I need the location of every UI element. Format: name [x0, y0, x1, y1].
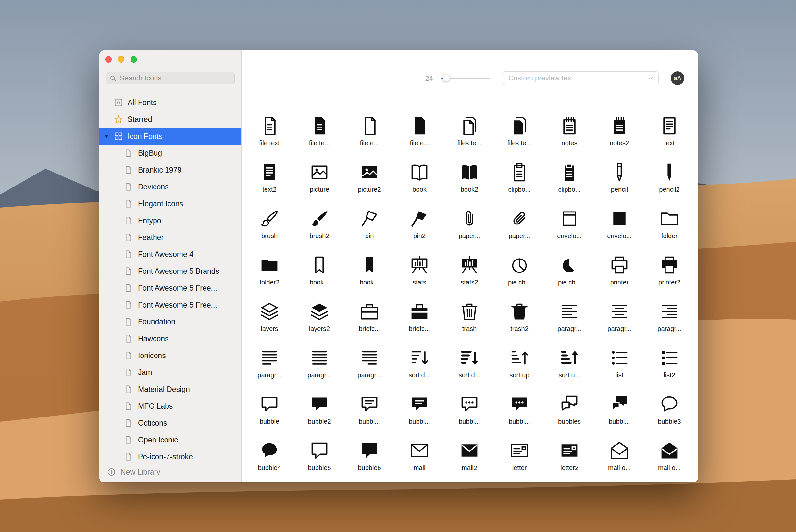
zoom-button[interactable] — [130, 56, 137, 63]
sidebar-item-pe-icon-7-stroke[interactable]: Pe-icon-7-stroke — [99, 448, 241, 462]
icon-cell-pencil[interactable]: pencil — [594, 159, 644, 206]
sidebar-item-font-awesome-5-brands[interactable]: Font Awesome 5 Brands — [99, 263, 241, 280]
sidebar-item-font-awesome-5-free[interactable]: Font Awesome 5 Free... — [99, 280, 241, 297]
icon-cell-brush2[interactable]: brush2 — [294, 206, 345, 252]
sidebar-item-font-awesome-5-free[interactable]: Font Awesome 5 Free... — [99, 297, 241, 314]
icon-cell-paperclip2[interactable]: paper... — [495, 206, 544, 252]
icon-cell-pie-chart[interactable]: pie ch... — [495, 252, 544, 299]
sidebar-item-brankic-1979[interactable]: Brankic 1979 — [99, 162, 241, 178]
icon-cell-clipboard2[interactable]: clipbo... — [544, 159, 594, 206]
sidebar-item-all-fonts[interactable]: All Fonts — [99, 94, 241, 111]
sidebar-item-jam[interactable]: Jam — [99, 364, 241, 381]
disclosure-triangle-icon[interactable] — [104, 133, 109, 139]
icon-cell-mail-open2[interactable]: mail o... — [644, 438, 695, 482]
icon-cell-bubble5[interactable]: bubble5 — [294, 438, 345, 482]
icon-cell-book2[interactable]: book2 — [444, 159, 495, 206]
icon-cell-envelope[interactable]: envelo... — [544, 206, 594, 252]
icon-cell-bubble3[interactable]: bubble3 — [644, 391, 695, 438]
icon-cell-bookmark2[interactable]: book... — [345, 252, 394, 299]
icon-cell-file-empty[interactable]: file e... — [345, 113, 394, 159]
icon-cell-bookmark[interactable]: book... — [294, 252, 345, 299]
icon-cell-briefcase[interactable]: briefc... — [345, 299, 394, 345]
icon-cell-pencil2[interactable]: pencil2 — [644, 159, 695, 206]
icon-cell-notes[interactable]: notes — [544, 113, 594, 159]
icon-cell-paperclip[interactable]: paper... — [444, 206, 495, 252]
icon-cell-mail[interactable]: mail — [394, 438, 444, 482]
case-toggle-button[interactable]: aA — [671, 71, 684, 85]
sidebar-item-devicons[interactable]: Devicons — [99, 178, 241, 195]
icon-cell-sort-down[interactable]: sort d... — [394, 345, 444, 391]
size-slider[interactable] — [441, 75, 490, 82]
icon-cell-paragraph-right2[interactable]: paragr... — [345, 345, 394, 391]
icon-cell-stats[interactable]: stats — [394, 252, 444, 299]
sidebar-item-foundation[interactable]: Foundation — [99, 314, 241, 330]
icon-cell-folder2[interactable]: folder2 — [244, 252, 294, 299]
icon-cell-sort-up[interactable]: sort up — [495, 345, 544, 391]
icon-cell-bubbles2[interactable]: bubbl... — [594, 391, 644, 438]
icon-cell-layers2[interactable]: layers2 — [294, 299, 345, 345]
sidebar-item-starred[interactable]: Starred — [99, 111, 241, 128]
sidebar-item-hawcons[interactable]: Hawcons — [99, 330, 241, 347]
sidebar-item-octicons[interactable]: Octicons — [99, 415, 241, 432]
icon-cell-text2[interactable]: text2 — [244, 159, 294, 206]
icon-cell-paragraph-center[interactable]: paragr... — [594, 299, 644, 345]
sidebar-item-elegant-icons[interactable]: Elegant Icons — [99, 195, 241, 212]
icon-cell-bubble-lines[interactable]: bubbl... — [345, 391, 394, 438]
icon-cell-mail2[interactable]: mail2 — [444, 438, 495, 482]
icon-cell-letter[interactable]: letter — [495, 438, 544, 482]
icon-cell-folder[interactable]: folder — [644, 206, 695, 252]
icon-cell-paragraph-right[interactable]: paragr... — [644, 299, 695, 345]
icon-cell-file-text2[interactable]: file te... — [294, 113, 345, 159]
sidebar-item-feather[interactable]: Feather — [99, 229, 241, 246]
icon-cell-stats2[interactable]: stats2 — [444, 252, 495, 299]
icon-cell-briefcase2[interactable]: briefc... — [394, 299, 444, 345]
minimize-button[interactable] — [118, 56, 124, 63]
icon-cell-bubbles[interactable]: bubbles — [544, 391, 594, 438]
icon-cell-list[interactable]: list — [594, 345, 644, 391]
new-library-button[interactable]: New Library — [99, 462, 241, 482]
icon-cell-picture2[interactable]: picture2 — [345, 159, 394, 206]
sidebar-item-bigbug[interactable]: BigBug — [99, 145, 241, 162]
icon-cell-pin2[interactable]: pin2 — [394, 206, 444, 252]
icon-cell-printer[interactable]: printer — [594, 252, 644, 299]
slider-thumb[interactable] — [443, 75, 450, 82]
icon-cell-bubble2[interactable]: bubble2 — [294, 391, 345, 438]
icon-cell-book[interactable]: book — [394, 159, 444, 206]
icon-cell-picture[interactable]: picture — [294, 159, 345, 206]
search-field[interactable] — [106, 72, 235, 84]
icon-cell-sort-up2[interactable]: sort u... — [544, 345, 594, 391]
sidebar-item-material-design[interactable]: Material Design — [99, 381, 241, 398]
sidebar-item-font-awesome-4[interactable]: Font Awesome 4 — [99, 246, 241, 263]
icon-cell-bubble6[interactable]: bubble6 — [345, 438, 394, 482]
sidebar-item-icon-fonts[interactable]: Icon Fonts — [99, 128, 241, 145]
icon-cell-sort-down2[interactable]: sort d... — [444, 345, 495, 391]
icon-cell-paragraph-left[interactable]: paragr... — [544, 299, 594, 345]
close-button[interactable] — [105, 56, 112, 63]
preview-text-dropdown[interactable]: Custom preview text — [503, 71, 659, 85]
sidebar-item-entypo[interactable]: Entypo — [99, 212, 241, 229]
sidebar-item-open-iconic[interactable]: Open Iconic — [99, 432, 241, 448]
icon-cell-file-text[interactable]: file text — [244, 113, 294, 159]
icon-cell-layers[interactable]: layers — [244, 299, 294, 345]
icon-cell-printer2[interactable]: printer2 — [644, 252, 695, 299]
icon-cell-paragraph-left2[interactable]: paragr... — [244, 345, 294, 391]
icon-cell-bubble-lines2[interactable]: bubbl... — [394, 391, 444, 438]
icon-cell-text[interactable]: text — [644, 113, 695, 159]
icon-cell-list2[interactable]: list2 — [644, 345, 695, 391]
sidebar-item-ionicons[interactable]: Ionicons — [99, 347, 241, 364]
icon-cell-file-empty2[interactable]: file e... — [394, 113, 444, 159]
icon-cell-letter2[interactable]: letter2 — [544, 438, 594, 482]
icon-cell-notes2[interactable]: notes2 — [594, 113, 644, 159]
icon-cell-pie-chart2[interactable]: pie ch... — [544, 252, 594, 299]
icon-cell-brush[interactable]: brush — [244, 206, 294, 252]
icon-cell-paragraph-justify[interactable]: paragr... — [294, 345, 345, 391]
sidebar-item-mfg-labs[interactable]: MFG Labs — [99, 398, 241, 415]
icon-cell-mail-open[interactable]: mail o... — [594, 438, 644, 482]
icon-cell-pin[interactable]: pin — [345, 206, 394, 252]
icon-cell-trash2[interactable]: trash2 — [495, 299, 544, 345]
icon-cell-bubble-dots2[interactable]: bubbl... — [495, 391, 544, 438]
icon-cell-clipboard[interactable]: clipbo... — [495, 159, 544, 206]
search-input[interactable] — [119, 74, 231, 83]
icon-cell-trash[interactable]: trash — [444, 299, 495, 345]
icon-cell-bubble[interactable]: bubble — [244, 391, 294, 438]
